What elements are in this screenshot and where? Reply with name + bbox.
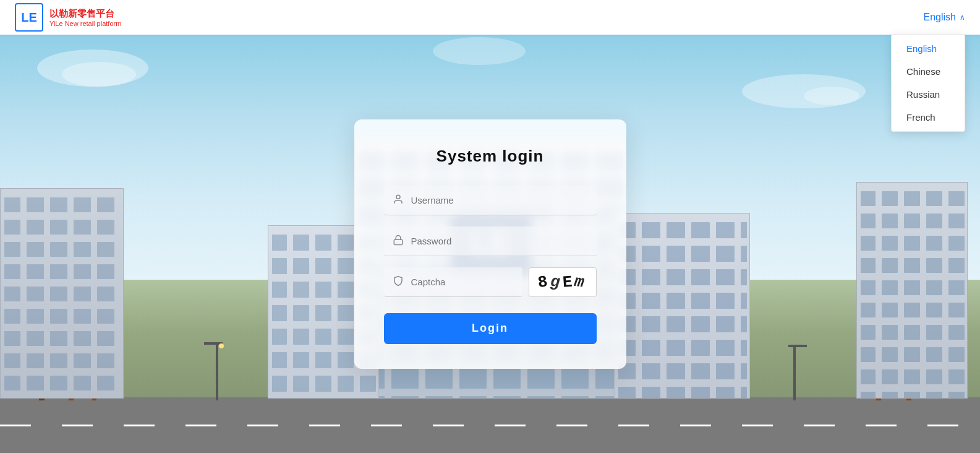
captcha-image[interactable]: 8 g E m (529, 267, 597, 297)
header: LE 以勒新零售平台 YiLe New retail platform Engl… (0, 0, 980, 35)
password-group (384, 226, 597, 256)
logo-icon: LE (15, 3, 43, 32)
current-language-label: English (924, 12, 956, 23)
lang-option-russian[interactable]: Russian (892, 83, 965, 106)
logo-text: 以勒新零售平台 YiLe New retail platform (49, 7, 121, 27)
svg-rect-13 (394, 239, 403, 244)
login-card: System login (354, 119, 626, 369)
lang-option-french[interactable]: French (892, 106, 965, 129)
login-overlay: System login (0, 0, 980, 453)
logo-cn: 以勒新零售平台 (49, 7, 121, 20)
lang-option-chinese[interactable]: Chinese (892, 60, 965, 83)
user-icon (393, 194, 404, 207)
language-selector[interactable]: English ∧ English Chinese Russian French (924, 12, 965, 23)
shield-icon (393, 275, 404, 289)
password-input[interactable] (384, 226, 597, 256)
login-button[interactable]: Login (384, 313, 597, 344)
chevron-up-icon: ∧ (960, 13, 965, 22)
captcha-group: 8 g E m (384, 267, 597, 297)
username-group (384, 186, 597, 215)
lock-icon (393, 235, 404, 248)
captcha-char-2: g (550, 272, 563, 292)
logo-en: YiLe New retail platform (49, 20, 121, 27)
lang-option-english[interactable]: English (892, 37, 965, 60)
logo-area: LE 以勒新零售平台 YiLe New retail platform (15, 3, 121, 32)
captcha-char-4: m (573, 272, 587, 291)
captcha-input[interactable] (384, 267, 522, 297)
captcha-input-wrap (384, 267, 522, 297)
language-dropdown: English Chinese Russian French (891, 34, 965, 132)
login-title: System login (384, 147, 597, 166)
username-input[interactable] (384, 186, 597, 215)
svg-point-12 (396, 195, 400, 199)
